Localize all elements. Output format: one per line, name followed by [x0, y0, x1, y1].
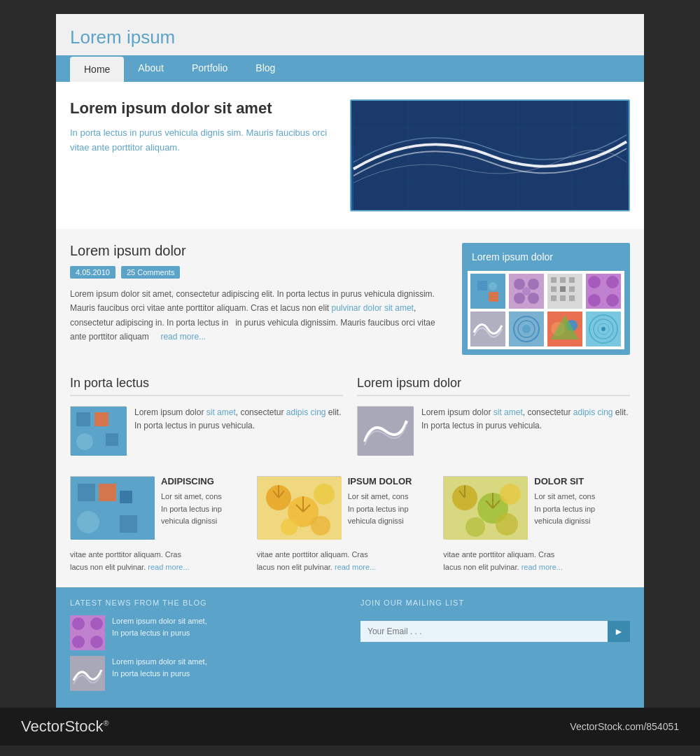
col-third-1: ADIPISCING Lor sit amet, consIn porta le… — [70, 476, 257, 573]
footer-news-text-1: Lorem ipsum dolor sit amet,In porta lect… — [112, 615, 207, 650]
svg-rect-49 — [94, 412, 108, 426]
nav-about[interactable]: About — [124, 55, 178, 82]
three-col-inner: ADIPISCING Lor sit amet, consIn porta le… — [70, 476, 630, 573]
svg-point-29 — [588, 276, 601, 288]
svg-point-32 — [606, 294, 619, 307]
read-more-2[interactable]: read more... — [335, 563, 376, 571]
svg-rect-23 — [560, 286, 566, 292]
content-left: Lorem ipsum dolor 4.05.2010 25 Comments … — [70, 243, 448, 355]
hero-title: Lorem ipsum dolor sit amet — [70, 99, 336, 118]
post-link-1[interactable]: sit amet — [206, 407, 236, 417]
gallery-thumb-5[interactable] — [470, 312, 505, 346]
svg-point-62 — [314, 484, 335, 505]
svg-rect-48 — [76, 412, 90, 426]
svg-rect-21 — [569, 277, 575, 283]
three-col-section: ADIPISCING Lor sit amet, consIn porta le… — [56, 476, 644, 587]
svg-point-70 — [496, 513, 518, 536]
logo-vector: Vector — [21, 718, 64, 735]
svg-point-14 — [528, 279, 539, 290]
svg-rect-19 — [551, 277, 556, 283]
nav-home[interactable]: Home — [70, 57, 124, 82]
article-title: Lorem ipsum dolor — [70, 243, 448, 259]
svg-point-13 — [514, 279, 525, 290]
gallery-thumb-1[interactable] — [470, 274, 505, 309]
svg-point-64 — [311, 516, 330, 536]
gallery-thumb-4[interactable] — [586, 274, 621, 309]
site-logo: Lorem ipsum — [70, 27, 630, 48]
col-text-1b: vitae ante porttitor aliquam. Craslacus … — [70, 549, 246, 573]
svg-point-31 — [588, 294, 601, 307]
svg-point-50 — [76, 433, 93, 450]
svg-rect-27 — [569, 295, 575, 301]
nav-portfolio[interactable]: Portfolio — [178, 55, 241, 82]
logo-colored: Lorem — [70, 27, 122, 48]
post-link-4[interactable]: adipis cing — [573, 407, 613, 417]
post-text-right: Lorem ipsum dolor sit amet, consectetur … — [421, 406, 630, 455]
svg-point-37 — [522, 325, 531, 333]
col-half-left: In porta lectus Lorem ipsum dolor sit am… — [70, 376, 343, 462]
svg-rect-8 — [470, 274, 505, 309]
read-more-link[interactable]: read more... — [160, 332, 206, 342]
nav-blog[interactable]: Blog — [241, 55, 289, 82]
main-content: Lorem ipsum dolor 4.05.2010 25 Comments … — [56, 229, 644, 369]
svg-point-11 — [489, 282, 497, 290]
section-right-title: Lorem ipsum dolor — [357, 376, 630, 396]
col-thumb-1 — [70, 476, 154, 539]
footer-mailing-title: JOIN OUR MAILING LIST — [360, 598, 630, 607]
post-item-right: Lorem ipsum dolor sit amet, consectetur … — [357, 406, 630, 455]
gallery-thumb-8[interactable] — [586, 312, 621, 346]
footer-right: JOIN OUR MAILING LIST ► — [360, 598, 630, 696]
article-link[interactable]: pulvinar dolor sit amet — [332, 303, 414, 313]
svg-point-73 — [90, 617, 103, 630]
col-half-right: Lorem ipsum dolor Lorem ipsum dolor sit … — [357, 376, 630, 462]
col-text-3b: vitae ante porttitor aliquam. Craslacus … — [443, 549, 619, 573]
bottom-url: VectorStock.com/854051 — [570, 721, 679, 732]
section-left-title: In porta lectus — [70, 376, 343, 396]
hero-section: Lorem ipsum dolor sit amet In porta lect… — [56, 82, 644, 229]
svg-rect-24 — [569, 286, 575, 292]
article-date: 4.05.2010 — [70, 266, 115, 279]
logo-stock: Stock — [64, 718, 103, 735]
email-row: ► — [360, 621, 630, 642]
svg-point-46 — [601, 327, 606, 331]
svg-point-74 — [72, 636, 85, 648]
col-third-2: IPSUM DOLOR Lor sit amet, consIn porta l… — [257, 476, 444, 573]
email-submit-button[interactable]: ► — [608, 621, 630, 642]
svg-point-72 — [72, 617, 85, 630]
post-item-left: Lorem ipsum dolor sit amet, consectetur … — [70, 406, 343, 455]
site-nav: Home About Portfolio Blog — [56, 55, 644, 82]
svg-point-30 — [606, 276, 619, 288]
post-link-3[interactable]: sit amet — [493, 407, 523, 417]
svg-point-15 — [514, 293, 525, 304]
col-text-2b: vitae ante porttitor aliquam. Craslacus … — [257, 549, 433, 573]
article-comments: 25 Comments — [121, 266, 180, 279]
gallery-thumb-6[interactable] — [509, 312, 544, 346]
meta-row: 4.05.2010 25 Comments — [70, 266, 448, 279]
logo-registered: ® — [103, 719, 108, 727]
site-container: Lorem ipsum Home About Portfolio Blog Lo… — [56, 14, 644, 708]
svg-rect-9 — [477, 281, 487, 290]
svg-rect-10 — [489, 292, 498, 302]
footer-thumb-1 — [70, 615, 105, 650]
svg-rect-58 — [120, 491, 132, 503]
svg-rect-51 — [106, 433, 118, 446]
post-link-2[interactable]: adipis cing — [286, 407, 326, 417]
site-header: Lorem ipsum — [56, 14, 644, 48]
email-input[interactable] — [360, 621, 608, 642]
svg-point-68 — [500, 484, 521, 505]
footer-news-title: LATEST NEWS FROM THE BLOG — [70, 598, 340, 607]
content-right: Lorem ipsum dolor — [462, 243, 630, 355]
footer-thumb-2 — [70, 656, 105, 691]
hero-text: Lorem ipsum dolor sit amet In porta lect… — [70, 99, 336, 155]
logo-plain: ipsum — [122, 27, 176, 48]
footer-left: LATEST NEWS FROM THE BLOG Lorem ipsum do… — [70, 598, 340, 696]
svg-rect-20 — [560, 277, 566, 283]
svg-point-75 — [90, 636, 103, 648]
read-more-1[interactable]: read more... — [148, 563, 189, 571]
gallery-thumb-3[interactable] — [547, 274, 582, 309]
gallery-thumb-2[interactable] — [509, 274, 544, 309]
gallery-thumb-7[interactable] — [547, 312, 582, 346]
read-more-3[interactable]: read more... — [522, 563, 563, 571]
hero-desc: In porta lectus in purus vehicula dignis… — [70, 126, 336, 155]
svg-rect-55 — [99, 484, 116, 501]
